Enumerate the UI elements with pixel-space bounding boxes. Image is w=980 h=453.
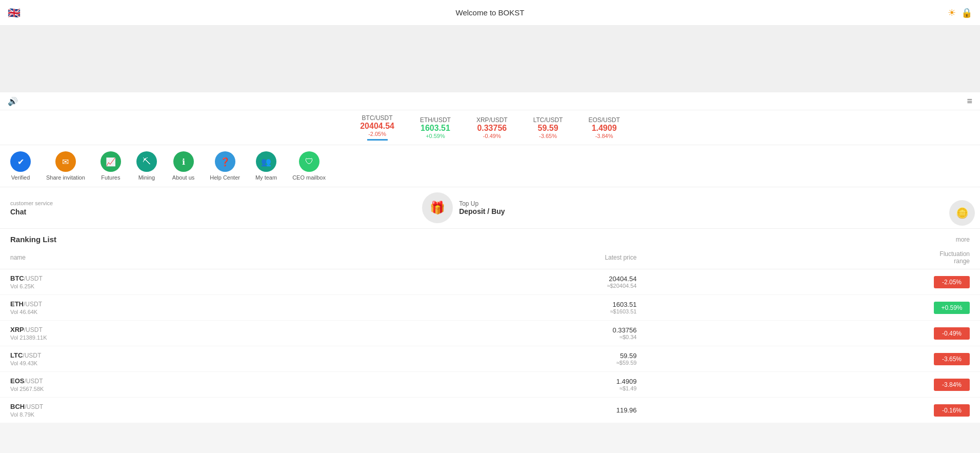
share-invitation-label: Share invitation [46,174,85,181]
ranking-header: Ranking List more [0,229,980,246]
help-center-icon: ❓ [215,151,235,172]
ticker-pair: LTC/USDT [533,116,563,124]
ticker-price: 20404.54 [360,122,394,131]
my-team-icon: 👥 [256,151,276,172]
flag-icon[interactable]: 🇬🇧 [8,7,21,19]
cs-label: customer service [10,200,53,206]
coin-name: XRP/USDT [10,326,328,333]
col-fluctuation: Fluctuationrange [647,246,980,269]
ticker-pair: ETH/USDT [420,116,451,124]
price-usd: ≈$59.59 [348,360,637,366]
cell-price: 1603.51 ≈$1603.51 [338,295,647,321]
header: 🇬🇧 Welcome to BOKST ☀ 🔒 [0,0,980,26]
table-row[interactable]: BTC/USDT Vol 6.25K 20404.54 ≈$20404.54 -… [0,269,980,295]
nav-item-help-center[interactable]: ❓ Help Center [210,151,240,181]
about-us-icon: ℹ [173,151,194,172]
table-row[interactable]: LTC/USDT Vol 49.43K 59.59 ≈$59.59 -3.65% [0,346,980,372]
nav-item-verified[interactable]: ✔ Verified [10,151,31,181]
nav-item-my-team[interactable]: 👥 My team [255,151,277,181]
nav-icons: ✔ Verified ✉ Share invitation 📈 Futures … [0,145,980,187]
coin-unit: /USDT [24,275,43,282]
sound-icon[interactable]: 🔊 [8,96,18,106]
ticker-change: +0.59% [420,133,451,139]
futures-icon: 📈 [101,151,121,172]
cell-coin: BCH/USDT Vol 8.79K [0,398,338,423]
ticker-pair: XRP/USDT [476,116,508,124]
coin-unit: /USDT [23,352,41,359]
cell-coin: LTC/USDT Vol 49.43K [0,346,338,372]
nav-item-futures[interactable]: 📈 Futures [101,151,121,181]
ticker-item-ETH-USDT[interactable]: ETH/USDT 1603.51 +0.59% [420,116,451,139]
coin-vol: Vol 46.64K [10,309,328,315]
mining-icon: ⛏ [136,151,157,172]
coin-base: EOS [10,377,24,385]
ticker-item-LTC-USDT[interactable]: LTC/USDT 59.59 -3.65% [533,116,563,139]
cell-price: 119.96 [338,398,647,423]
coin-unit: /USDT [25,403,43,410]
coin-unit: /USDT [24,378,43,385]
coin-base: ETH [10,300,24,308]
ticker-strip: BTC/USDT 20404.54 -2.05% ETH/USDT 1603.5… [0,110,980,145]
hamburger-menu-icon[interactable]: ≡ [967,96,972,107]
coin-vol: Vol 6.25K [10,283,328,289]
header-left: 🇬🇧 [8,7,21,19]
change-badge: +0.59% [934,302,970,314]
ticker-change: -2.05% [360,131,394,137]
coin-base: BCH [10,403,25,410]
header-title: Welcome to BOKST [456,8,525,17]
more-link[interactable]: more [956,236,970,243]
change-badge: -3.65% [934,353,970,365]
topup-icon: 🎁 [422,192,453,223]
ranking-table: name Latest price Fluctuationrange BTC/U… [0,246,980,423]
share-invitation-icon: ✉ [55,151,76,172]
ticker-change: -3.65% [533,133,563,139]
change-badge: -3.84% [934,379,970,391]
ticker-price: 1603.51 [420,124,451,133]
banner-area [0,26,980,92]
cell-change: -0.16% [647,398,980,423]
coin-name: BTC/USDT [10,274,328,282]
mining-label: Mining [138,174,155,181]
table-row[interactable]: XRP/USDT Vol 21389.11K 0.33756 ≈$0.34 -0… [0,321,980,346]
right-float-circle[interactable]: 🪙 [949,200,975,226]
customer-service: customer service Chat [0,198,63,219]
topup-text: Top Up Deposit / Buy [459,200,505,215]
cs-chat[interactable]: Chat [10,208,53,216]
theme-icon[interactable]: ☀ [948,7,956,18]
nav-item-mining[interactable]: ⛏ Mining [136,151,157,181]
table-row[interactable]: ETH/USDT Vol 46.64K 1603.51 ≈$1603.51 +0… [0,295,980,321]
coin-name: LTC/USDT [10,351,328,359]
nav-item-ceo-mailbox[interactable]: 🛡 CEO mailbox [292,151,326,181]
price-main: 119.96 [348,406,637,414]
cell-price: 59.59 ≈$59.59 [338,346,647,372]
table-row[interactable]: BCH/USDT Vol 8.79K 119.96 -0.16% [0,398,980,423]
cell-coin: ETH/USDT Vol 46.64K [0,295,338,321]
ticker-change: -3.84% [588,133,619,139]
change-badge: -0.16% [934,404,970,417]
topup-emoji: 🎁 [430,201,445,215]
ticker-price: 1.4909 [588,124,619,133]
ticker-item-EOS-USDT[interactable]: EOS/USDT 1.4909 -3.84% [588,116,619,139]
ticker-pair: EOS/USDT [588,116,619,124]
topup-section: 🎁 Top Up Deposit / Buy [422,192,505,223]
topup-action[interactable]: Deposit / Buy [459,207,505,215]
verified-label: Verified [11,174,30,181]
about-us-label: About us [172,174,194,181]
nav-item-share-invitation[interactable]: ✉ Share invitation [46,151,85,181]
ticker-pair: BTC/USDT [360,114,394,122]
coin-base: BTC [10,274,24,282]
ceo-mailbox-icon: 🛡 [299,151,319,172]
table-row[interactable]: EOS/USDT Vol 2567.58K 1.4909 ≈$1.49 -3.8… [0,372,980,398]
ticker-item-XRP-USDT[interactable]: XRP/USDT 0.33756 -0.49% [476,116,508,139]
futures-label: Futures [101,174,120,181]
change-badge: -2.05% [934,276,970,288]
cell-coin: XRP/USDT Vol 21389.11K [0,321,338,346]
lock-icon[interactable]: 🔒 [961,7,972,18]
price-main: 20404.54 [348,275,637,283]
nav-item-about-us[interactable]: ℹ About us [172,151,194,181]
price-usd: ≈$1.49 [348,385,637,391]
ticker-item-BTC-USDT[interactable]: BTC/USDT 20404.54 -2.05% [360,114,394,141]
cell-change: -2.05% [647,269,980,295]
table-header-row: name Latest price Fluctuationrange [0,246,980,269]
cell-coin: EOS/USDT Vol 2567.58K [0,372,338,398]
